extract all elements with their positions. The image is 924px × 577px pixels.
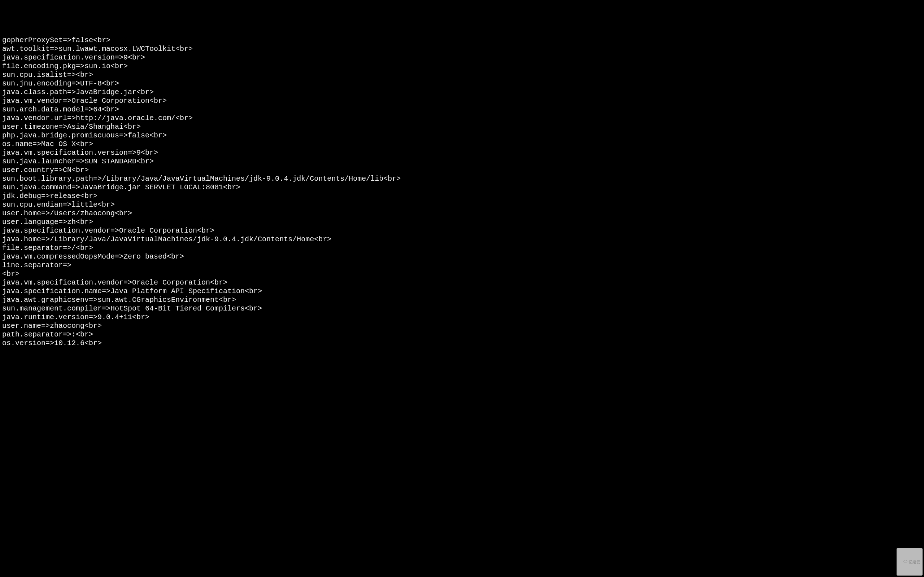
output-line: java.vendor.url=>http://java.oracle.com/…: [2, 114, 922, 122]
output-line: sun.cpu.endian=>little<br>: [2, 200, 922, 209]
output-line: jdk.debug=>release<br>: [2, 192, 922, 200]
output-line: line.separator=>: [2, 261, 922, 270]
output-line: os.name=>Mac OS X<br>: [2, 140, 922, 148]
output-line: user.timezone=>Asia/Shanghai<br>: [2, 122, 922, 131]
output-line: java.specification.vendor=>Oracle Corpor…: [2, 226, 922, 235]
terminal-output: gopherProxySet=>false<br>awt.toolkit=>su…: [2, 36, 922, 577]
output-line: <br>: [2, 270, 922, 279]
output-line: sun.java.launcher=>SUN_STANDARD<br>: [2, 157, 922, 166]
output-line: awt.toolkit=>sun.lwawt.macosx.LWCToolkit…: [2, 45, 922, 53]
output-line: java.home=>/Library/Java/JavaVirtualMach…: [2, 235, 922, 244]
output-line: path.separator=>:<br>: [2, 330, 922, 339]
output-line: java.runtime.version=>9.0.4+11<br>: [2, 313, 922, 322]
watermark-badge: 亿速云: [897, 548, 922, 575]
output-line: java.vm.specification.vendor=>Oracle Cor…: [2, 279, 922, 287]
cloud-icon: [899, 549, 908, 575]
output-line: file.separator=>/<br>: [2, 244, 922, 253]
output-line: java.specification.name=>Java Platform A…: [2, 287, 922, 296]
output-line: sun.boot.library.path=>/Library/Java/Jav…: [2, 174, 922, 183]
output-line: java.vm.specification.version=>9<br>: [2, 148, 922, 157]
output-line: sun.management.compiler=>HotSpot 64-Bit …: [2, 305, 922, 313]
output-line: java.specification.version=>9<br>: [2, 53, 922, 62]
output-line: java.class.path=>JavaBridge.jar<br>: [2, 88, 922, 97]
output-line: user.home=>/Users/zhaocong<br>: [2, 209, 922, 218]
output-line: java.vm.vendor=>Oracle Corporation<br>: [2, 97, 922, 105]
output-line: sun.cpu.isalist=><br>: [2, 71, 922, 79]
output-line: user.country=>CN<br>: [2, 166, 922, 174]
output-line: java.awt.graphicsenv=>sun.awt.CGraphicsE…: [2, 296, 922, 305]
output-line: user.name=>zhaocong<br>: [2, 322, 922, 330]
output-line: user.language=>zh<br>: [2, 218, 922, 226]
output-line: sun.arch.data.model=>64<br>: [2, 105, 922, 114]
output-line: php.java.bridge.promiscuous=>false<br>: [2, 131, 922, 140]
output-line: sun.java.command=>JavaBridge.jar SERVLET…: [2, 183, 922, 192]
output-line: file.encoding.pkg=>sun.io<br>: [2, 62, 922, 71]
output-line: java.vm.compressedOopsMode=>Zero based<b…: [2, 253, 922, 261]
output-line: os.version=>10.12.6<br>: [2, 339, 922, 348]
output-line: sun.jnu.encoding=>UTF-8<br>: [2, 79, 922, 88]
output-line: gopherProxySet=>false<br>: [2, 36, 922, 45]
watermark-label: 亿速云: [908, 558, 921, 566]
